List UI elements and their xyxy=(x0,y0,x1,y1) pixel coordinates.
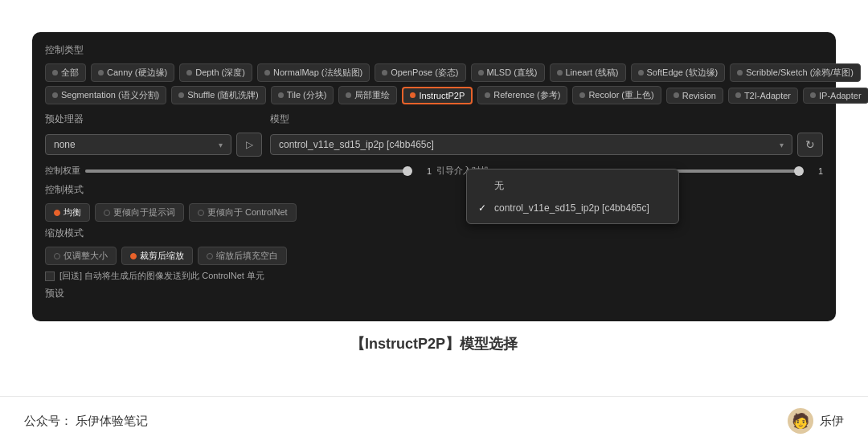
balanced-radio xyxy=(54,210,60,216)
ctrl-btn-tile[interactable]: Tile (分块) xyxy=(271,86,334,104)
ctrl-btn-t2i[interactable]: T2I-Adapter xyxy=(728,88,798,104)
fill-radio xyxy=(207,253,213,259)
caption: 【InstructP2P】模型选择 xyxy=(350,334,518,353)
loopback-checkbox[interactable] xyxy=(45,271,55,281)
control-weight-fill xyxy=(85,169,407,173)
model-label: 模型 xyxy=(270,112,823,126)
main-container: 控制类型 全部 Canny (硬边缘) Depth (深度) NormalMap… xyxy=(0,0,868,445)
refresh-button[interactable]: ↻ xyxy=(797,133,823,157)
guidance-start-thumb[interactable] xyxy=(794,166,804,176)
control-mode-section: 控制模式 均衡 更倾向于提示词 更倾向于 ControlNet xyxy=(45,183,823,222)
scale-mode-resize[interactable]: 仅调整大小 xyxy=(45,247,117,265)
ctrl-btn-softedge[interactable]: SoftEdge (软边缘) xyxy=(631,63,726,82)
model-dropdown: 无 ✓ control_v11e_sd15_ip2p [c4bb465c] xyxy=(466,169,679,224)
preprocessor-chevron-icon: ▾ xyxy=(219,141,223,149)
ctrl-btn-depth[interactable]: Depth (深度) xyxy=(179,63,252,82)
controlnet-radio xyxy=(198,210,204,216)
preset-row: 预设 xyxy=(45,287,823,307)
prompt-radio xyxy=(104,210,110,216)
ctrl-btn-mlsd[interactable]: MLSD (直线) xyxy=(471,63,545,82)
guidance-start-value: 1 xyxy=(804,166,823,176)
footer: 公众号： 乐伊体验笔记 🧑 乐伊 xyxy=(0,396,868,445)
control-weight-value: 1 xyxy=(412,166,432,176)
control-mode-prompt[interactable]: 更倾向于提示词 xyxy=(95,203,184,222)
loopback-checkbox-row: [回送] 自动将生成后的图像发送到此 ControlNet 单元 xyxy=(45,270,823,282)
ctrl-btn-instructp2p[interactable]: InstructP2P xyxy=(402,87,473,104)
control-mode-label: 控制模式 xyxy=(45,183,823,197)
model-select-row: control_v11e_sd15_ip2p [c4bb465c] ▾ ↻ xyxy=(270,133,823,157)
scale-mode-row: 仅调整大小 裁剪后缩放 缩放后填充空白 xyxy=(45,247,823,265)
control-weight-group: 控制权重 1 xyxy=(45,165,432,177)
dropdown-item-model[interactable]: ✓ control_v11e_sd15_ip2p [c4bb465c] xyxy=(467,198,678,218)
ctrl-btn-segmentation[interactable]: Segmentation (语义分割) xyxy=(45,86,166,104)
control-mode-controlnet[interactable]: 更倾向于 ControlNet xyxy=(189,203,297,222)
scale-mode-crop[interactable]: 裁剪后缩放 xyxy=(121,247,193,265)
public-account: 公众号： 乐伊体验笔记 xyxy=(24,414,148,429)
scale-mode-section: 缩放模式 仅调整大小 裁剪后缩放 缩放后填充空白 xyxy=(45,227,823,265)
ctrl-btn-lineart[interactable]: Lineart (线稿) xyxy=(550,63,626,82)
control-weight-thumb[interactable] xyxy=(403,166,412,176)
preprocessor-label: 预处理器 xyxy=(45,112,262,126)
preset-label: 预设 xyxy=(45,287,64,300)
user-info: 🧑 乐伊 xyxy=(788,408,844,434)
ctrl-btn-ipadapter[interactable]: IP-Adapter xyxy=(803,88,868,104)
dropdown-item-none[interactable]: 无 xyxy=(467,174,678,198)
control-mode-row: 均衡 更倾向于提示词 更倾向于 ControlNet xyxy=(45,203,823,222)
ctrl-btn-revision[interactable]: Revision xyxy=(666,88,723,104)
resize-radio xyxy=(54,253,60,259)
ctrl-btn-reference[interactable]: Reference (参考) xyxy=(477,86,567,104)
avatar: 🧑 xyxy=(788,408,813,434)
user-name: 乐伊 xyxy=(820,414,844,429)
model-select[interactable]: control_v11e_sd15_ip2p [c4bb465c] ▾ xyxy=(270,134,792,155)
control-mode-balanced[interactable]: 均衡 xyxy=(45,203,90,222)
control-type-row-1: 全部 Canny (硬边缘) Depth (深度) NormalMap (法线贴… xyxy=(45,63,823,82)
ctrl-btn-all[interactable]: 全部 xyxy=(45,63,86,82)
processor-model-row: 预处理器 none ▾ ▷ 模型 control_v11e_sd15_ip2p … xyxy=(45,112,823,157)
scale-mode-fill[interactable]: 缩放后填充空白 xyxy=(198,247,287,265)
ctrl-btn-shuffle[interactable]: Shuffle (随机洗牌) xyxy=(171,86,265,104)
preprocessor-select[interactable]: none ▾ xyxy=(45,134,231,155)
preprocessor-select-row: none ▾ ▷ xyxy=(45,133,262,157)
sliders-row: 控制权重 1 引导介入时机 1 xyxy=(45,165,823,177)
ctrl-btn-canny[interactable]: Canny (硬边缘) xyxy=(91,63,174,82)
ctrl-btn-recolor[interactable]: Recolor (重上色) xyxy=(572,86,661,104)
control-type-label: 控制类型 xyxy=(45,43,823,57)
control-type-section: 控制类型 全部 Canny (硬边缘) Depth (深度) NormalMap… xyxy=(45,43,823,104)
ctrl-btn-openpose[interactable]: OpenPose (姿态) xyxy=(375,63,465,82)
crop-radio xyxy=(130,253,137,259)
loopback-label: [回送] 自动将生成后的图像发送到此 ControlNet 单元 xyxy=(59,270,264,282)
ctrl-btn-scribble[interactable]: Scribble/Sketch (涂鸦/草图) xyxy=(730,63,861,82)
play-button[interactable]: ▷ xyxy=(236,133,262,157)
model-chevron-icon: ▾ xyxy=(780,141,784,149)
control-weight-label: 控制权重 xyxy=(45,165,80,177)
model-section: 模型 control_v11e_sd15_ip2p [c4bb465c] ▾ ↻ xyxy=(270,112,823,157)
ui-panel: 控制类型 全部 Canny (硬边缘) Depth (深度) NormalMap… xyxy=(32,32,836,321)
preprocessor-section: 预处理器 none ▾ ▷ xyxy=(45,112,262,157)
scale-mode-label: 缩放模式 xyxy=(45,227,823,240)
control-weight-track[interactable] xyxy=(85,169,407,173)
ctrl-btn-normalmap[interactable]: NormalMap (法线贴图) xyxy=(257,63,370,82)
control-type-row-2: Segmentation (语义分割) Shuffle (随机洗牌) Tile … xyxy=(45,86,823,104)
model-check-icon: ✓ xyxy=(478,202,489,214)
refresh-icon: ↻ xyxy=(805,138,815,151)
play-icon: ▷ xyxy=(246,139,253,150)
ctrl-btn-inpaint[interactable]: 局部重绘 xyxy=(338,86,397,104)
control-type-rows: 全部 Canny (硬边缘) Depth (深度) NormalMap (法线贴… xyxy=(45,63,823,104)
